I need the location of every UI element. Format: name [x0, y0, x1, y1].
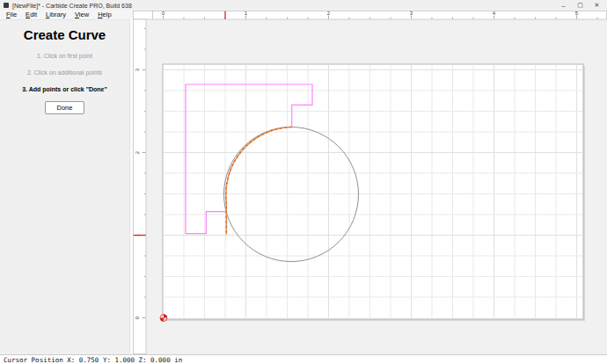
- create-curve-panel: Create Curve 1. Click on first point 2. …: [0, 19, 129, 354]
- design-canvas[interactable]: 0123450123: [133, 11, 607, 354]
- menu-view[interactable]: View: [70, 11, 93, 18]
- menu-library[interactable]: Library: [41, 11, 70, 18]
- step-instruction-2: 2. Click on additional points: [0, 69, 129, 76]
- cursor-position-text: Cursor Position X: 0.750 Y: 1.000 Z: 0.0…: [4, 356, 182, 364]
- step-instruction-3: 3. Add points or click "Done": [0, 86, 129, 92]
- close-button[interactable]: ✕: [589, 0, 605, 11]
- menu-edit[interactable]: Edit: [21, 11, 41, 18]
- menu-file[interactable]: File: [2, 11, 21, 18]
- step-instruction-1: 1. Click on first point: [0, 53, 129, 59]
- application-window: [NewFile]* - Carbide Create PRO, Build 6…: [0, 0, 607, 364]
- menu-bar: File Edit Library View Help: [0, 10, 133, 19]
- done-button[interactable]: Done: [45, 101, 85, 114]
- app-icon: [4, 3, 9, 8]
- window-controls: – ▢ ✕: [555, 0, 605, 11]
- maximize-button[interactable]: ▢: [572, 0, 589, 11]
- panel-title: Create Curve: [0, 27, 129, 42]
- menu-help[interactable]: Help: [93, 11, 115, 18]
- window-title: [NewFile]* - Carbide Create PRO, Build 6…: [12, 3, 132, 9]
- status-bar: Cursor Position X: 0.750 Y: 1.000 Z: 0.0…: [0, 354, 607, 364]
- minimize-button[interactable]: –: [555, 0, 572, 11]
